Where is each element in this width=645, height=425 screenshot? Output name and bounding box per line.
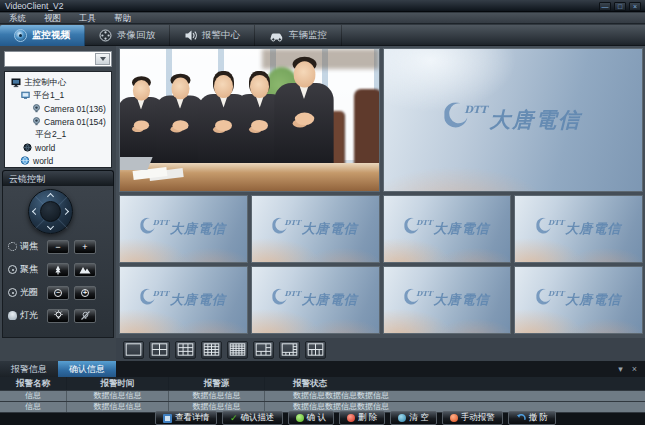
- tab-alarm-center[interactable]: 报警中心: [170, 25, 255, 46]
- layout-10-button[interactable]: [305, 341, 326, 359]
- tab-label: 录像回放: [117, 29, 155, 42]
- iris-plus-icon: +: [81, 289, 89, 297]
- datang-watermark: DTT 大唐電信: [536, 288, 621, 309]
- confirm-description-button[interactable]: ✓ 确认描述: [222, 411, 283, 425]
- layout-4-button[interactable]: [149, 341, 170, 359]
- dropdown-arrow-button[interactable]: [95, 53, 110, 65]
- tree-item-camera-136[interactable]: Camera 01(136): [32, 102, 111, 115]
- alarm-action-bar: 查看详情 ✓ 确认描述 确 认 删 除 清 空 手动报警: [0, 413, 645, 425]
- chevron-down-icon: [100, 57, 106, 61]
- video-tile-5[interactable]: DTT 大唐電信: [383, 195, 512, 263]
- menu-view[interactable]: 视图: [35, 13, 70, 24]
- video-wall: DTT 大唐電信 DTT 大唐電信 DTT 大唐電信: [116, 46, 645, 338]
- video-tile-6[interactable]: DTT 大唐電信: [514, 195, 643, 263]
- tab-label: 报警中心: [202, 29, 240, 42]
- screen-layout-bar: [116, 338, 645, 361]
- brand-name: 大唐電信: [565, 291, 621, 309]
- layout-1-button[interactable]: [123, 341, 144, 359]
- alarm-panel-header: 报警信息 确认信息 ▾ ×: [0, 361, 645, 377]
- tab-alarm-info[interactable]: 报警信息: [0, 361, 58, 377]
- brand-name: 大唐電信: [170, 291, 226, 309]
- datang-watermark: DTT 大唐電信: [404, 288, 489, 309]
- iris-close-button[interactable]: −: [47, 286, 69, 300]
- video-tile-8[interactable]: DTT 大唐電信: [251, 266, 380, 334]
- tree-item-world-2[interactable]: world: [20, 154, 111, 167]
- ptz-down-button[interactable]: [47, 223, 54, 230]
- focus-near-button[interactable]: [47, 263, 69, 277]
- iris-open-button[interactable]: +: [74, 286, 96, 300]
- light-on-button[interactable]: [47, 309, 69, 323]
- zoom-out-button[interactable]: −: [47, 240, 69, 254]
- tree-item-world-1[interactable]: world: [23, 141, 111, 154]
- tab-live-monitor[interactable]: 监控视频: [0, 25, 85, 46]
- video-tile-10[interactable]: DTT 大唐電信: [514, 266, 643, 334]
- focus-far-button[interactable]: [74, 263, 96, 277]
- video-tile-2[interactable]: DTT 大唐電信: [383, 48, 644, 192]
- tree-item-platform-2[interactable]: 平台2_1: [35, 128, 111, 141]
- tree-item-camera-154[interactable]: Camera 01(154): [32, 115, 111, 128]
- datang-watermark: DTT 大唐電信: [404, 217, 489, 238]
- clear-button[interactable]: 清 空: [390, 411, 436, 425]
- video-tile-main[interactable]: [119, 48, 380, 192]
- ptz-left-button[interactable]: [32, 208, 39, 215]
- confirm-button[interactable]: 确 认: [288, 411, 334, 425]
- clear-dot-icon: [398, 414, 406, 422]
- tab-playback[interactable]: 录像回放: [85, 25, 170, 46]
- layout-9-button[interactable]: [175, 341, 196, 359]
- layout-10-icon: [307, 343, 324, 356]
- close-panel-icon[interactable]: ×: [632, 364, 637, 374]
- layout-25-button[interactable]: [227, 341, 248, 359]
- window-controls: — □ ×: [599, 2, 641, 11]
- ptz-joystick[interactable]: [28, 189, 73, 234]
- alarm-table-header: 报警名称 报警时间 报警源 报警状态: [0, 377, 645, 390]
- zoom-in-button[interactable]: +: [74, 240, 96, 254]
- speaker-icon: [184, 29, 197, 42]
- manual-alarm-button[interactable]: 手动报警: [442, 411, 503, 425]
- menu-system[interactable]: 系统: [0, 13, 35, 24]
- brand-name: 大唐電信: [565, 220, 621, 238]
- layout-1-icon: [125, 343, 142, 356]
- tree-label: world: [33, 156, 53, 166]
- tab-label: 监控视频: [32, 29, 70, 42]
- disarm-button[interactable]: 撤 防: [508, 411, 556, 425]
- video-tile-9[interactable]: DTT 大唐電信: [383, 266, 512, 334]
- col-alarm-source: 报警源: [169, 377, 265, 390]
- brand-name: 大唐電信: [434, 220, 490, 238]
- delete-button[interactable]: 删 除: [339, 411, 385, 425]
- video-tile-3[interactable]: DTT 大唐電信: [119, 195, 248, 263]
- video-tile-7[interactable]: DTT 大唐電信: [119, 266, 248, 334]
- close-button[interactable]: ×: [629, 2, 641, 11]
- device-filter-dropdown[interactable]: [4, 51, 112, 67]
- tree-item-control-center[interactable]: 主控制中心: [11, 76, 111, 89]
- light-off-button[interactable]: [74, 309, 96, 323]
- datang-watermark: DTT 大唐電信: [141, 288, 226, 309]
- ptz-up-button[interactable]: [47, 193, 54, 200]
- layout-16-button[interactable]: [201, 341, 222, 359]
- crescent-logo-icon: [536, 217, 551, 238]
- minimize-button[interactable]: —: [599, 2, 611, 11]
- globe-dark-icon: [23, 143, 32, 152]
- menu-tools[interactable]: 工具: [70, 13, 105, 24]
- ptz-center-knob[interactable]: [40, 201, 61, 222]
- ptz-right-button[interactable]: [62, 208, 69, 215]
- ptz-panel: 调焦 − + 聚焦 光圈 − +: [2, 186, 114, 338]
- tab-vehicle-monitor[interactable]: 车辆监控: [255, 25, 342, 46]
- tab-confirm-info[interactable]: 确认信息: [58, 361, 116, 377]
- datang-watermark: DTT 大唐電信: [536, 217, 621, 238]
- tree-item-platform-1[interactable]: 平台1_1: [21, 89, 111, 102]
- delete-dot-icon: [347, 414, 355, 422]
- layout-8-button[interactable]: [279, 341, 300, 359]
- layout-25-icon: [229, 343, 246, 356]
- view-details-button[interactable]: 查看详情: [155, 411, 217, 425]
- crescent-logo-icon: [444, 102, 468, 132]
- ptz-focus-row: 聚焦: [8, 262, 96, 277]
- maximize-button[interactable]: □: [614, 2, 626, 11]
- cell-alarm-source: 数据信息信息: [169, 391, 265, 401]
- layout-6-button[interactable]: [253, 341, 274, 359]
- menu-help[interactable]: 帮助: [105, 13, 140, 24]
- alarm-table-row[interactable]: 信息 数据信息信息 数据信息信息 数据信息数据信息数据信息: [0, 391, 645, 401]
- action-label: 查看详情: [175, 412, 209, 424]
- collapse-panel-icon[interactable]: ▾: [618, 364, 623, 374]
- video-tile-4[interactable]: DTT 大唐電信: [251, 195, 380, 263]
- details-icon: [163, 414, 172, 423]
